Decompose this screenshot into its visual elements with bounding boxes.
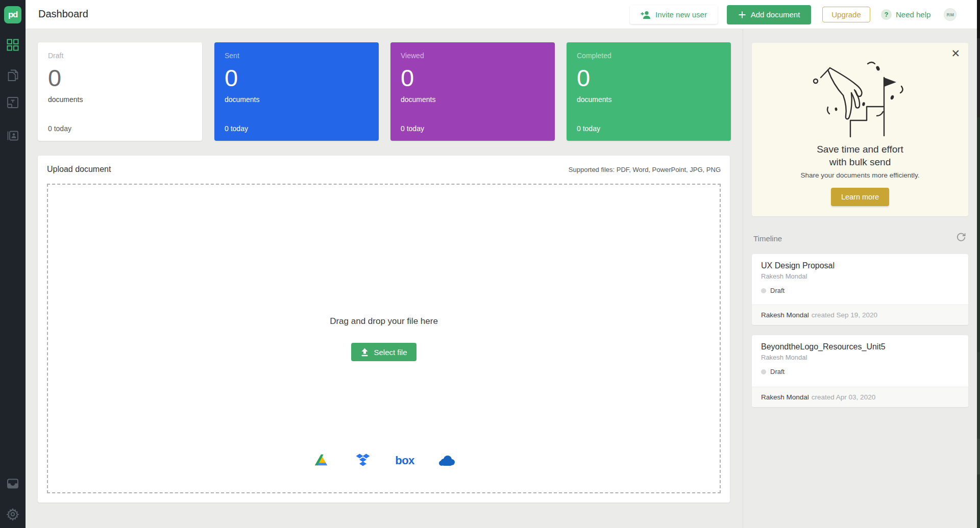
stat-today: 0 today [48, 124, 71, 133]
promo-subtitle: Share your documents more efficiently. [752, 171, 968, 179]
learn-more-label: Learn more [841, 193, 879, 201]
timeline-header: Timeline [753, 232, 966, 244]
inbox-tray-icon [6, 477, 19, 490]
sidebar-item-settings[interactable] [6, 508, 19, 521]
top-header: Dashboard Invite new user Add document U… [26, 0, 980, 29]
sidebar-item-inbox[interactable] [6, 477, 19, 490]
timeline-item[interactable]: BeyondtheLogo_Resources_Unit5 Rakesh Mon… [752, 335, 968, 407]
timeline-item[interactable]: UX Design Proposal Rakesh Mondal Draft R… [752, 254, 968, 325]
stat-card-completed[interactable]: Completed 0 documents 0 today [567, 42, 731, 141]
document-owner: Rakesh Mondal [761, 354, 807, 361]
footer-action: created Sep 19, 2020 [812, 311, 877, 319]
help-label: Need help [896, 10, 930, 19]
sidebar-item-templates[interactable] [6, 96, 19, 109]
sidebar-item-contacts[interactable] [6, 129, 19, 142]
box-button[interactable]: box [396, 452, 413, 469]
invite-label: Invite new user [655, 10, 707, 19]
stat-card-sent[interactable]: Sent 0 documents 0 today [214, 42, 379, 141]
main-content: Draft 0 documents 0 today Sent 0 documen… [26, 29, 980, 528]
timeline-item-footer: Rakesh Mondal created Apr 03, 2020 [752, 387, 968, 407]
promo-title-line2: with bulk send [752, 156, 968, 168]
need-help-button[interactable]: ? Need help [881, 9, 930, 20]
stat-count: 0 [225, 64, 238, 92]
upgrade-button[interactable]: Upgrade [822, 7, 870, 22]
invite-new-user-button[interactable]: Invite new user [630, 5, 718, 24]
page-title: Dashboard [38, 8, 88, 20]
panel-divider [743, 29, 743, 528]
select-file-label: Select file [374, 348, 407, 357]
file-dropzone[interactable]: Drag and drop your file here Select file [47, 184, 721, 493]
stat-unit: documents [577, 95, 611, 104]
upload-title: Upload document [47, 165, 111, 174]
box-icon: box [395, 454, 414, 467]
sidebar-item-dashboard[interactable] [6, 38, 19, 52]
upgrade-label: Upgrade [831, 10, 861, 19]
footer-action: created Apr 03, 2020 [812, 393, 875, 401]
background-window-edge [977, 0, 980, 528]
google-drive-icon [313, 454, 329, 468]
status-dot-icon [761, 288, 766, 293]
close-icon[interactable]: ✕ [951, 48, 960, 59]
document-title: BeyondtheLogo_Resources_Unit5 [761, 342, 886, 351]
app-window: pd [0, 0, 980, 528]
document-owner: Rakesh Mondal [761, 272, 807, 280]
promo-title-line1: Save time and effort [752, 143, 968, 156]
right-panel: ✕ [752, 29, 968, 528]
refresh-icon[interactable] [956, 232, 966, 244]
stat-label: Viewed [401, 52, 545, 60]
stat-today: 0 today [401, 124, 424, 133]
timeline-title: Timeline [753, 234, 782, 243]
add-user-icon [641, 10, 651, 19]
stat-label: Completed [577, 52, 721, 60]
learn-more-button[interactable]: Learn more [831, 188, 889, 206]
footer-user: Rakesh Mondal [761, 311, 809, 319]
stat-label: Draft [48, 52, 192, 60]
question-icon: ? [881, 9, 892, 20]
upload-document-card: Upload document Supported files: PDF, Wo… [38, 156, 730, 502]
onedrive-icon [438, 455, 455, 467]
gear-icon [6, 508, 19, 521]
timeline-item-footer: Rakesh Mondal created Sep 19, 2020 [752, 305, 968, 325]
stat-card-viewed[interactable]: Viewed 0 documents 0 today [390, 42, 555, 141]
status-badge: Draft [761, 287, 785, 294]
cloud-providers: box [48, 452, 720, 469]
stat-count: 0 [401, 64, 414, 92]
google-drive-button[interactable] [312, 452, 330, 469]
drag-drop-text: Drag and drop your file here [48, 316, 720, 326]
status-label: Draft [770, 368, 785, 375]
pandadoc-logo[interactable]: pd [4, 6, 21, 23]
documents-icon [6, 68, 19, 82]
footer-user: Rakesh Mondal [761, 393, 809, 401]
template-icon [6, 96, 19, 109]
dropbox-icon [355, 452, 371, 469]
document-title: UX Design Proposal [761, 261, 835, 270]
upload-icon [360, 347, 369, 357]
stat-count: 0 [577, 64, 590, 92]
stat-unit: documents [48, 95, 83, 104]
add-label: Add document [751, 10, 800, 19]
status-badge: Draft [761, 368, 785, 375]
promo-title: Save time and effort with bulk send [752, 143, 968, 168]
status-label: Draft [770, 287, 785, 294]
select-file-button[interactable]: Select file [351, 343, 416, 361]
sidebar-item-documents[interactable] [6, 68, 19, 82]
onedrive-button[interactable] [438, 452, 455, 469]
plus-icon [738, 11, 746, 19]
stat-today: 0 today [577, 124, 600, 133]
stat-count: 0 [48, 64, 61, 92]
bulk-send-promo-card: ✕ [752, 43, 968, 216]
contacts-icon [6, 129, 19, 142]
add-document-button[interactable]: Add document [727, 5, 811, 24]
user-avatar[interactable]: RM [944, 8, 957, 21]
header-actions: Invite new user Add document Upgrade ? N… [630, 0, 957, 29]
dropbox-button[interactable] [354, 452, 372, 469]
grid-icon [6, 38, 19, 52]
hand-walking-steps-illustration [806, 59, 914, 138]
stat-card-draft[interactable]: Draft 0 documents 0 today [38, 42, 202, 141]
stat-today: 0 today [225, 124, 248, 133]
stat-unit: documents [225, 95, 259, 104]
supported-files-text: Supported files: PDF, Word, PowerPoint, … [569, 166, 721, 173]
stat-unit: documents [401, 95, 435, 104]
sidebar: pd [0, 0, 26, 528]
status-dot-icon [761, 369, 766, 374]
